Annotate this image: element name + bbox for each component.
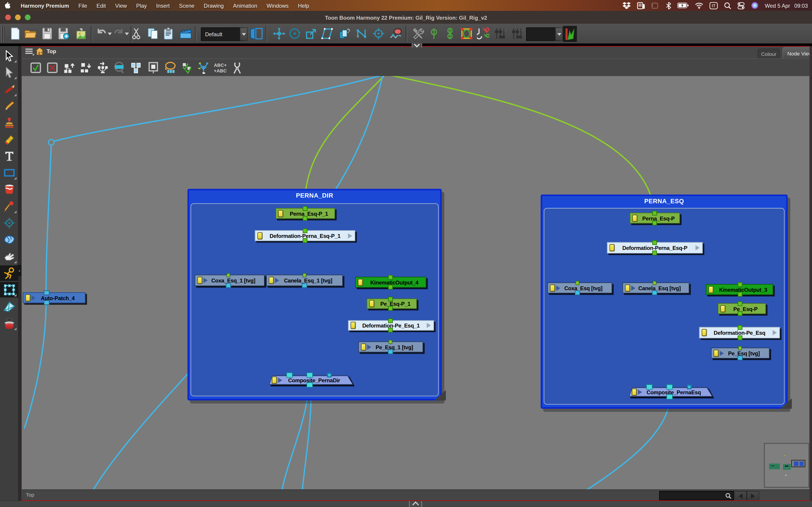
auto-slider-button[interactable]: A bbox=[511, 26, 524, 41]
focus-selection-button[interactable] bbox=[112, 60, 127, 75]
node-Deformation-Perna_Esq-P_1[interactable]: Deformation-Perna_Esq-P_1 bbox=[255, 230, 355, 241]
node-Deformation-Pe_Esq_1[interactable]: Deformation-Pe_Esq_1 bbox=[348, 320, 434, 331]
input-port[interactable] bbox=[303, 228, 307, 233]
tool-preset-combo[interactable] bbox=[526, 27, 560, 41]
cut-button[interactable] bbox=[130, 26, 143, 41]
breadcrumb-top[interactable]: Top bbox=[47, 48, 56, 54]
promote-nodes-button[interactable] bbox=[96, 60, 110, 75]
thumbnail-toggle[interactable] bbox=[197, 277, 203, 284]
select-tool-button[interactable] bbox=[0, 48, 18, 64]
text-tool-button[interactable] bbox=[0, 149, 18, 164]
thumbnail-toggle[interactable] bbox=[702, 329, 707, 336]
input-port[interactable] bbox=[738, 301, 743, 306]
toolbar-overflow-button[interactable] bbox=[412, 43, 422, 48]
input-port[interactable] bbox=[738, 282, 743, 287]
spline-tool-button[interactable] bbox=[355, 26, 369, 41]
rectangle-tool-button[interactable] bbox=[0, 165, 18, 181]
copy-button[interactable] bbox=[146, 26, 159, 41]
rotate-tool-button[interactable] bbox=[288, 26, 301, 41]
keyboard-layout-it[interactable]: IT bbox=[707, 0, 720, 11]
auto-rename-button[interactable]: ABC++ABC bbox=[213, 60, 227, 75]
minimap-viewport[interactable] bbox=[792, 460, 805, 467]
input-port[interactable] bbox=[388, 275, 393, 280]
paste-button[interactable] bbox=[161, 26, 175, 41]
node-Deformation-Pe_Esq[interactable]: Deformation-Pe_Esq bbox=[699, 327, 780, 338]
node-Coxa_Esq_[tvg][interactable]: Coxa_Esq [tvg] bbox=[547, 282, 612, 293]
bluetooth-icon[interactable] bbox=[664, 0, 673, 11]
pivot-tool-button[interactable] bbox=[0, 215, 18, 231]
undo-button[interactable] bbox=[95, 26, 108, 41]
lasso-group-button[interactable] bbox=[163, 60, 177, 75]
navigator-minimap[interactable] bbox=[764, 443, 809, 488]
undo-dropdown[interactable] bbox=[107, 26, 112, 41]
menu-drawing[interactable]: Drawing bbox=[199, 0, 229, 11]
node-Auto-Patch_4[interactable]: Auto-Patch_4 bbox=[23, 292, 86, 303]
output-port[interactable] bbox=[388, 306, 393, 311]
output-port[interactable] bbox=[738, 355, 743, 360]
thumbnail-toggle[interactable] bbox=[632, 214, 638, 222]
contour-editor-tool-button[interactable] bbox=[0, 232, 18, 247]
thumbnail-toggle[interactable] bbox=[26, 294, 31, 301]
node-Composite_PernaDir[interactable]: Composite_PernaDir bbox=[269, 375, 353, 385]
siri-icon[interactable] bbox=[749, 0, 761, 11]
selection-frame-button[interactable] bbox=[460, 26, 473, 41]
input-port[interactable] bbox=[303, 273, 306, 277]
menu-clock-time[interactable]: 09:03 bbox=[792, 2, 808, 8]
input-port[interactable] bbox=[687, 385, 692, 389]
enable-node-button[interactable] bbox=[29, 60, 43, 75]
input-port[interactable] bbox=[286, 373, 293, 378]
paint-tool-button[interactable] bbox=[0, 182, 18, 198]
output-port[interactable] bbox=[388, 285, 393, 289]
save-all-button[interactable] bbox=[57, 26, 70, 41]
tab-node-view[interactable]: Node View bbox=[782, 47, 812, 59]
thumbnail-toggle[interactable] bbox=[278, 210, 283, 217]
thumbnail-toggle[interactable] bbox=[369, 300, 374, 307]
enter-group-button[interactable] bbox=[146, 60, 160, 75]
node-Canela_Esq_[tvg][interactable]: Canela_Esq [tvg] bbox=[622, 282, 689, 293]
input-port[interactable] bbox=[388, 297, 393, 301]
menu-scene[interactable]: Scene bbox=[174, 0, 199, 11]
spotlight-search-icon[interactable] bbox=[722, 0, 733, 11]
enable-selected-button[interactable] bbox=[180, 60, 194, 75]
search-next-button[interactable] bbox=[747, 491, 759, 501]
input-port[interactable] bbox=[388, 319, 393, 323]
node-KinematicOutput_3[interactable]: KinematicOutput_3 bbox=[706, 284, 773, 295]
app-menu[interactable]: Harmony Premium bbox=[16, 0, 74, 11]
bottom-toolbar-expand-button[interactable] bbox=[409, 501, 422, 507]
group-PERNA_ESQ[interactable]: PERNA_ESQ bbox=[541, 194, 788, 408]
home-icon[interactable] bbox=[35, 47, 44, 55]
toolbar-grip[interactable] bbox=[1, 26, 5, 42]
cable-pliers-button[interactable] bbox=[230, 60, 244, 75]
morph-tool-button[interactable] bbox=[390, 26, 403, 41]
menu-windows[interactable]: Windows bbox=[262, 0, 293, 11]
output-port[interactable] bbox=[738, 335, 743, 340]
output-port[interactable] bbox=[302, 283, 307, 288]
search-previous-button[interactable] bbox=[734, 491, 747, 501]
output-port[interactable] bbox=[738, 311, 743, 316]
pencil-tool-button[interactable] bbox=[0, 98, 18, 114]
output-port[interactable] bbox=[667, 394, 673, 399]
input-port[interactable] bbox=[667, 384, 673, 390]
scale-tool-button[interactable] bbox=[305, 26, 318, 41]
output-port[interactable] bbox=[307, 382, 313, 388]
wifi-icon[interactable] bbox=[693, 0, 705, 11]
node-Pe_Esq-P_1[interactable]: Pe_Esq-P_1 bbox=[367, 298, 417, 309]
node-Perna_Esq-P_1[interactable]: Perna_Esq-P_1 bbox=[275, 208, 335, 219]
flip-3d-button[interactable] bbox=[338, 26, 351, 41]
input-port[interactable] bbox=[652, 211, 657, 216]
group-resize-handle[interactable] bbox=[435, 390, 446, 400]
thumbnail-toggle[interactable] bbox=[269, 277, 274, 284]
node-KinematicOutput_4[interactable]: KinematicOutput_4 bbox=[355, 277, 426, 288]
expand-arrow-icon[interactable] bbox=[426, 323, 431, 328]
output-port[interactable] bbox=[652, 290, 657, 295]
thumbnail-toggle[interactable] bbox=[550, 284, 555, 291]
control-points-tool-button[interactable] bbox=[0, 282, 18, 298]
node-Composite_PernaEsq[interactable]: Composite_PernaEsq bbox=[629, 387, 713, 397]
node-Perna_Esq-P[interactable]: Perna_Esq-P bbox=[629, 213, 680, 223]
node-Pe_Esq_1_[tvg][interactable]: Pe_Esq_1 [tvg] bbox=[358, 342, 423, 352]
toolbar-expand-button[interactable]: › bbox=[17, 265, 22, 276]
output-port[interactable] bbox=[303, 238, 307, 243]
output-port[interactable] bbox=[738, 292, 743, 297]
add-parent-peg-button[interactable] bbox=[443, 26, 457, 41]
panel-button[interactable] bbox=[250, 26, 263, 41]
